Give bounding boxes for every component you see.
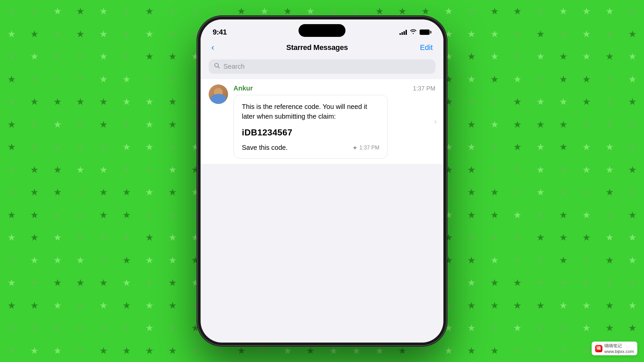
- star-decoration: ★: [552, 45, 575, 68]
- star-decoration: ★: [506, 136, 529, 159]
- star-decoration: ★: [138, 317, 161, 340]
- star-decoration: ★: [92, 45, 115, 68]
- star-decoration: ★: [598, 113, 621, 136]
- star-decoration: ★: [598, 181, 621, 204]
- star-decoration: ★: [483, 23, 506, 46]
- star-decoration: ★: [0, 45, 23, 68]
- message-time: 1:37 PM: [413, 85, 435, 92]
- star-decoration: ★: [460, 181, 483, 204]
- message-list: Ankur 1:37 PM This is the reference code…: [201, 79, 443, 164]
- star-decoration: ★: [506, 317, 529, 340]
- star-decoration: ★: [529, 272, 552, 294]
- star-decoration: ★: [552, 90, 575, 113]
- star-decoration: ★: [69, 317, 92, 340]
- star-decoration: ★: [575, 159, 598, 181]
- star-decoration: ★: [621, 0, 644, 23]
- star-decoration: ★: [138, 45, 161, 68]
- star-decoration: ★: [69, 45, 92, 68]
- star-decoration: ★: [529, 226, 552, 249]
- star-icon: ★: [353, 144, 357, 151]
- star-decoration: ★: [598, 68, 621, 91]
- star-decoration: ★: [46, 272, 69, 294]
- star-decoration: ★: [23, 249, 46, 272]
- back-button[interactable]: ‹: [211, 42, 214, 53]
- star-decoration: ★: [0, 181, 23, 204]
- star-decoration: ★: [598, 317, 621, 340]
- star-decoration: ★: [460, 226, 483, 249]
- star-decoration: ★: [92, 90, 115, 113]
- star-decoration: ★: [552, 159, 575, 181]
- star-decoration: ★: [92, 272, 115, 294]
- star-decoration: ★: [575, 113, 598, 136]
- star-decoration: ★: [506, 113, 529, 136]
- star-decoration: ★: [529, 90, 552, 113]
- star-decoration: ★: [23, 294, 46, 317]
- star-decoration: ★: [552, 226, 575, 249]
- star-decoration: ★: [161, 113, 184, 136]
- star-decoration: ★: [483, 68, 506, 91]
- star-decoration: ★: [529, 204, 552, 227]
- star-decoration: ★: [460, 136, 483, 159]
- star-decoration: ★: [483, 136, 506, 159]
- star-decoration: ★: [598, 204, 621, 227]
- search-bar[interactable]: Search: [209, 59, 435, 74]
- star-decoration: ★: [161, 272, 184, 294]
- star-decoration: ★: [46, 45, 69, 68]
- star-decoration: ★: [575, 272, 598, 294]
- star-decoration: ★: [115, 113, 138, 136]
- star-decoration: ★: [138, 249, 161, 272]
- star-decoration: ★: [0, 226, 23, 249]
- star-decoration: ★: [69, 113, 92, 136]
- watermark: 嘀 嘀嘀笔记 www.bijixx.com: [592, 342, 637, 355]
- star-decoration: ★: [46, 204, 69, 227]
- star-decoration: ★: [460, 23, 483, 46]
- star-decoration: ★: [115, 340, 138, 362]
- star-decoration: ★: [621, 113, 644, 136]
- star-decoration: ★: [23, 204, 46, 227]
- star-decoration: ★: [138, 90, 161, 113]
- star-decoration: ★: [460, 340, 483, 362]
- star-decoration: ★: [92, 249, 115, 272]
- star-decoration: ★: [138, 113, 161, 136]
- star-decoration: ★: [161, 340, 184, 362]
- star-decoration: ★: [23, 90, 46, 113]
- star-decoration: ★: [69, 0, 92, 23]
- star-decoration: ★: [92, 294, 115, 317]
- star-decoration: ★: [69, 181, 92, 204]
- signal-icon: [399, 29, 407, 35]
- star-decoration: ★: [46, 181, 69, 204]
- message-item[interactable]: Ankur 1:37 PM This is the reference code…: [201, 79, 443, 164]
- star-decoration: ★: [92, 136, 115, 159]
- status-icons: [399, 29, 431, 36]
- star-decoration: ★: [598, 294, 621, 317]
- star-decoration: ★: [92, 23, 115, 46]
- star-decoration: ★: [552, 272, 575, 294]
- svg-line-1: [218, 67, 219, 68]
- star-decoration: ★: [483, 340, 506, 362]
- star-decoration: ★: [506, 226, 529, 249]
- star-decoration: ★: [552, 181, 575, 204]
- star-decoration: ★: [483, 113, 506, 136]
- star-decoration: ★: [598, 45, 621, 68]
- star-decoration: ★: [598, 272, 621, 294]
- star-decoration: ★: [115, 23, 138, 46]
- star-decoration: ★: [46, 113, 69, 136]
- phone-frame: 9:41: [198, 17, 446, 345]
- star-decoration: ★: [483, 249, 506, 272]
- star-decoration: ★: [506, 90, 529, 113]
- star-decoration: ★: [0, 159, 23, 181]
- phone-mockup: 9:41: [198, 17, 446, 345]
- star-decoration: ★: [0, 113, 23, 136]
- phone-screen: 9:41: [201, 19, 443, 343]
- star-decoration: ★: [575, 204, 598, 227]
- star-decoration: ★: [529, 113, 552, 136]
- star-decoration: ★: [46, 68, 69, 91]
- star-decoration: ★: [69, 90, 92, 113]
- star-decoration: ★: [138, 136, 161, 159]
- battery-icon: [420, 29, 431, 35]
- star-decoration: ★: [621, 226, 644, 249]
- star-decoration: ★: [506, 0, 529, 23]
- star-decoration: ★: [23, 340, 46, 362]
- edit-button[interactable]: Edit: [420, 43, 433, 52]
- star-decoration: ★: [23, 45, 46, 68]
